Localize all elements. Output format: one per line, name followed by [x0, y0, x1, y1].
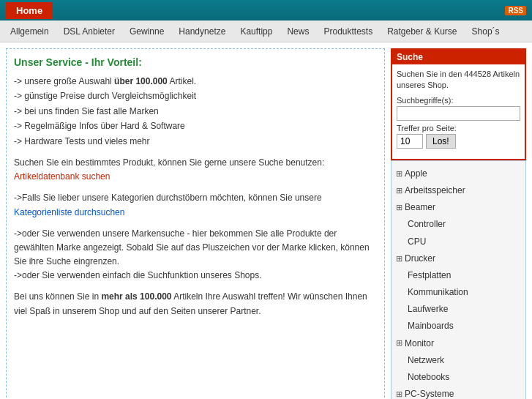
nav-item-gewinne[interactable]: Gewinne	[122, 22, 171, 41]
service-line-3: -> bei uns finden Sie fast alle Marken	[14, 104, 377, 119]
nav-bar: Allgemein DSL Anbieter Gewinne Handynetz…	[0, 20, 532, 42]
nav-item-produkttests[interactable]: Produkttests	[316, 22, 380, 41]
nav-item-ratgeber[interactable]: Ratgeber & Kurse	[380, 22, 464, 41]
service-footer: Bei uns können Sie in mehr als 100.000 A…	[14, 290, 377, 318]
cat-item-festplatten[interactable]: Festplatten	[396, 267, 521, 284]
cat-item-monitor[interactable]: ⊞ Monitor	[396, 335, 521, 352]
right-panel: Suche Suchen Sie in den 444528 Artikeln …	[391, 48, 526, 399]
kategorienliste-link[interactable]: Kategorienliste durchsuchen	[14, 207, 124, 217]
cat-label: CPU	[408, 235, 426, 249]
cat-plus-icon: ⊞	[396, 168, 402, 181]
nav-item-news[interactable]: News	[280, 22, 316, 41]
cat-plus-icon: ⊞	[396, 184, 402, 198]
cat-item-laufwerke[interactable]: Laufwerke	[396, 301, 521, 318]
left-panel: Unser Service - Ihr Vorteil: -> unsere g…	[6, 48, 385, 399]
cat-plus-icon: ⊞	[396, 388, 402, 399]
search-title: Suche	[392, 50, 525, 64]
nav-item-handynetze[interactable]: Handynetze	[171, 22, 233, 41]
cat-item-mainboards[interactable]: Mainboards	[396, 318, 521, 335]
search-desc: Suchen Sie in den 444528 Artikeln unsere…	[397, 69, 520, 92]
artikeldatenbank-link[interactable]: Artikeldatenbank suchen	[14, 171, 110, 182]
cat-label: Netzwerk	[408, 354, 444, 368]
service-search-hint: Suchen Sie ein bestimmtes Produkt, könne…	[14, 156, 377, 184]
nav-item-allgemein[interactable]: Allgemein	[3, 22, 56, 41]
cat-item-cpu[interactable]: CPU	[396, 234, 521, 250]
service-list: -> unsere große Auswahl über 100.000 Art…	[14, 74, 377, 149]
service-cat-hint: ->Falls Sie lieber unsere Kategorien dur…	[14, 191, 377, 219]
cat-item-beamer[interactable]: ⊞ Beamer	[396, 199, 521, 216]
hits-row: Los!	[397, 134, 520, 149]
search-input[interactable]	[397, 106, 520, 121]
cat-item-pc-systeme[interactable]: ⊞ PC-Systeme	[396, 386, 521, 399]
cat-label: Drucker	[405, 252, 435, 266]
cat-item-controller[interactable]: Controller	[396, 216, 521, 233]
service-line-4: -> Regelmäßige Infos über Hard & Softwar…	[14, 119, 377, 133]
cat-plus-icon: ⊞	[396, 201, 402, 215]
cat-label: Festplatten	[408, 269, 451, 283]
cat-item-apple[interactable]: ⊞ Apple	[396, 165, 521, 182]
cat-label: Monitor	[405, 337, 434, 351]
rss-icon: RSS	[505, 6, 526, 15]
cat-item-kommunikation[interactable]: Kommunikation	[396, 284, 521, 301]
main-content: Unser Service - Ihr Vorteil: -> unsere g…	[0, 42, 532, 399]
cat-label: Mainboards	[408, 319, 454, 333]
cat-label: Notebooks	[408, 370, 449, 384]
nav-item-dsl[interactable]: DSL Anbieter	[56, 22, 122, 41]
cat-item-drucker[interactable]: ⊞ Drucker	[396, 250, 521, 267]
cat-label: Laufwerke	[408, 302, 448, 316]
nav-item-shops[interactable]: Shop´s	[465, 22, 507, 41]
cat-plus-icon: ⊞	[396, 253, 402, 266]
service-line-1: -> unsere große Auswahl über 100.000 Art…	[14, 74, 377, 89]
los-button[interactable]: Los!	[426, 134, 456, 149]
rss-area: RSS	[505, 6, 526, 15]
cat-plus-icon: ⊞	[396, 337, 402, 350]
search-term-label: Suchbegriffe(s):	[397, 96, 520, 105]
categories-list: ⊞ Apple ⊞ Arbeitsspeicher ⊞ Beamer Contr…	[391, 160, 526, 399]
home-tab[interactable]: Home	[6, 2, 53, 19]
hits-input[interactable]	[397, 134, 423, 149]
cat-item-notebooks[interactable]: Notebooks	[396, 369, 521, 386]
cat-item-netzwerk[interactable]: Netzwerk	[396, 352, 521, 369]
service-marken-text: ->oder Sie verwenden unsere Markensuche …	[14, 227, 377, 283]
service-title: Unser Service - Ihr Vorteil:	[14, 56, 377, 68]
cat-label: Arbeitsspeicher	[405, 184, 465, 198]
cat-label: Apple	[405, 167, 427, 181]
cat-item-arbeitsspeicher[interactable]: ⊞ Arbeitsspeicher	[396, 182, 521, 199]
service-line-5: -> Hardware Tests und vieles mehr	[14, 134, 377, 149]
cat-label: Controller	[408, 217, 446, 231]
search-box: Suche Suchen Sie in den 444528 Artikeln …	[391, 48, 526, 160]
cat-label: PC-Systeme	[405, 387, 454, 399]
nav-item-kauftipp[interactable]: Kauftipp	[233, 22, 280, 41]
service-line-2: -> günstige Preise durch Vergleichsmögli…	[14, 89, 377, 103]
cat-label: Kommunikation	[408, 286, 468, 299]
cat-label: Beamer	[405, 201, 435, 215]
top-bar: Home RSS	[0, 0, 532, 20]
hits-label: Treffer pro Seite:	[397, 124, 520, 133]
